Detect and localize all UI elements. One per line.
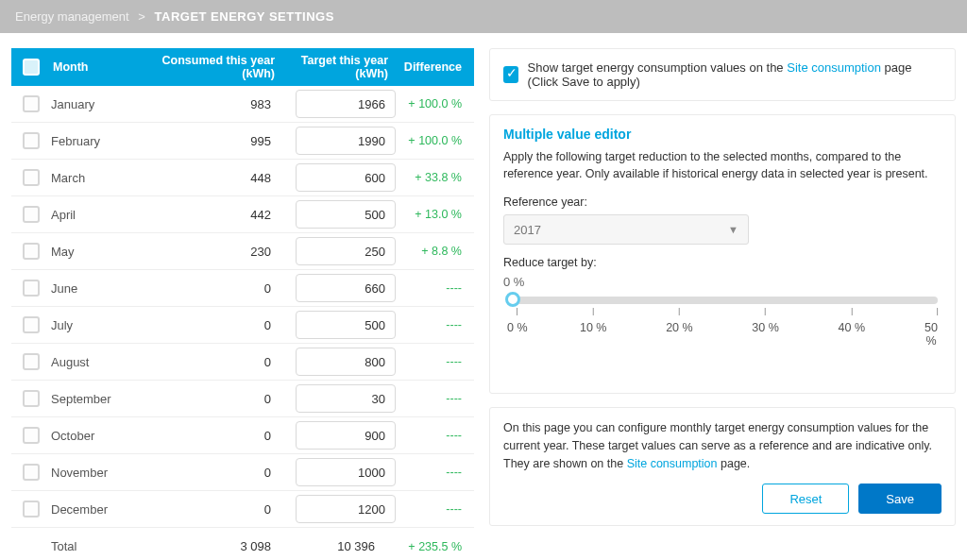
row-target-input[interactable] — [296, 200, 396, 229]
header-month: Month — [51, 60, 155, 74]
mve-description: Apply the following target reduction to … — [503, 149, 942, 182]
row-target-input[interactable] — [296, 458, 396, 486]
row-checkbox[interactable] — [23, 353, 40, 370]
save-button[interactable]: Save — [858, 484, 942, 514]
row-checkbox[interactable] — [23, 501, 40, 518]
row-consumed: 0 — [155, 502, 282, 517]
table-row: February995+ 100.0 % — [11, 123, 474, 160]
row-month: January — [51, 97, 155, 111]
row-checkbox[interactable] — [23, 132, 40, 149]
reduce-target-value: 0 % — [503, 275, 942, 289]
row-diff: ---- — [396, 281, 471, 295]
table-row: June0---- — [11, 270, 474, 307]
show-target-text: Show target energy consumption values on… — [528, 60, 942, 89]
reference-year-label: Reference year: — [503, 195, 942, 209]
row-consumed: 442 — [155, 208, 282, 222]
header-target: Target this year (kWh) — [282, 54, 396, 80]
row-checkbox[interactable] — [23, 243, 40, 260]
multiple-value-editor: Multiple value editor Apply the followin… — [489, 114, 956, 394]
row-diff: ---- — [396, 355, 471, 368]
breadcrumb-separator: > — [138, 9, 145, 24]
row-target-input[interactable] — [296, 384, 396, 413]
table-header: Month Consumed this year (kWh) Target th… — [11, 48, 474, 86]
row-checkbox[interactable] — [23, 464, 40, 481]
row-consumed: 0 — [155, 429, 282, 443]
row-month: December — [51, 502, 155, 517]
row-diff: + 8.8 % — [396, 245, 471, 258]
show-target-panel: Show target energy consumption values on… — [489, 48, 956, 101]
chevron-down-icon: ▼ — [728, 224, 738, 235]
row-diff: ---- — [396, 502, 471, 516]
row-target-input[interactable] — [296, 90, 396, 118]
row-month: February — [51, 134, 155, 148]
header-consumed: Consumed this year (kWh) — [155, 54, 282, 80]
row-consumed: 0 — [155, 318, 282, 332]
row-checkbox[interactable] — [23, 390, 40, 407]
show-target-checkbox[interactable] — [503, 66, 518, 83]
row-checkbox[interactable] — [23, 316, 40, 333]
table-row-total: Total 3 098 10 396 + 235.5 % — [11, 528, 474, 560]
row-target-input[interactable] — [296, 421, 396, 450]
mve-title: Multiple value editor — [503, 127, 942, 142]
table-row: October0---- — [11, 417, 474, 454]
row-target-input[interactable] — [296, 237, 396, 265]
row-month: March — [51, 171, 155, 185]
row-month: November — [51, 466, 155, 480]
row-month: September — [51, 392, 155, 406]
reduce-target-label: Reduce target by: — [503, 256, 942, 269]
row-month: July — [51, 318, 155, 332]
row-diff: ---- — [396, 392, 471, 405]
select-all-checkbox[interactable] — [23, 59, 40, 76]
row-diff: + 13.0 % — [396, 208, 471, 221]
row-target-input[interactable] — [296, 348, 396, 376]
breadcrumb-current: TARGET ENERGY SETTINGS — [155, 9, 334, 24]
row-checkbox[interactable] — [23, 280, 40, 297]
row-diff: + 33.8 % — [396, 171, 471, 184]
total-target: 10 396 — [282, 539, 396, 553]
row-checkbox[interactable] — [23, 169, 40, 186]
breadcrumb-parent[interactable]: Energy management — [15, 9, 129, 24]
table-row: May230+ 8.8 % — [11, 233, 474, 270]
site-consumption-link-2[interactable]: Site consumption — [627, 457, 718, 470]
row-consumed: 448 — [155, 171, 282, 185]
row-target-input[interactable] — [296, 163, 396, 192]
row-consumed: 230 — [155, 245, 282, 259]
reduce-target-slider[interactable] — [507, 297, 938, 304]
row-checkbox[interactable] — [23, 95, 40, 112]
total-consumed: 3 098 — [155, 539, 282, 553]
row-consumed: 995 — [155, 134, 282, 148]
target-table: Month Consumed this year (kWh) Target th… — [11, 48, 474, 560]
row-month: June — [51, 281, 155, 296]
slider-thumb[interactable] — [505, 292, 520, 307]
header-diff: Difference — [396, 60, 471, 74]
site-consumption-link[interactable]: Site consumption — [787, 60, 881, 75]
table-row: November0---- — [11, 454, 474, 491]
row-checkbox[interactable] — [23, 206, 40, 223]
row-consumed: 0 — [155, 466, 282, 480]
row-target-input[interactable] — [296, 127, 396, 155]
table-row: September0---- — [11, 381, 474, 417]
row-consumed: 0 — [155, 392, 282, 406]
row-consumed: 0 — [155, 355, 282, 369]
row-month: April — [51, 208, 155, 222]
row-target-input[interactable] — [296, 495, 396, 523]
row-diff: ---- — [396, 429, 471, 442]
table-row: March448+ 33.8 % — [11, 160, 474, 196]
row-target-input[interactable] — [296, 311, 396, 339]
row-consumed: 0 — [155, 281, 282, 296]
table-row: January983+ 100.0 % — [11, 86, 474, 123]
reference-year-select[interactable]: 2017 ▼ — [503, 214, 749, 245]
info-panel: On this page you can configure monthly t… — [489, 407, 956, 526]
row-target-input[interactable] — [296, 274, 396, 302]
row-month: August — [51, 355, 155, 369]
breadcrumb: Energy management > TARGET ENERGY SETTIN… — [0, 0, 967, 33]
row-diff: + 100.0 % — [396, 134, 471, 147]
total-label: Total — [51, 539, 155, 553]
row-diff: ---- — [396, 466, 471, 479]
row-diff: + 100.0 % — [396, 97, 471, 110]
row-checkbox[interactable] — [23, 427, 40, 444]
reset-button[interactable]: Reset — [762, 484, 849, 514]
table-row: December0---- — [11, 491, 474, 528]
table-row: August0---- — [11, 344, 474, 381]
row-month: May — [51, 245, 155, 259]
